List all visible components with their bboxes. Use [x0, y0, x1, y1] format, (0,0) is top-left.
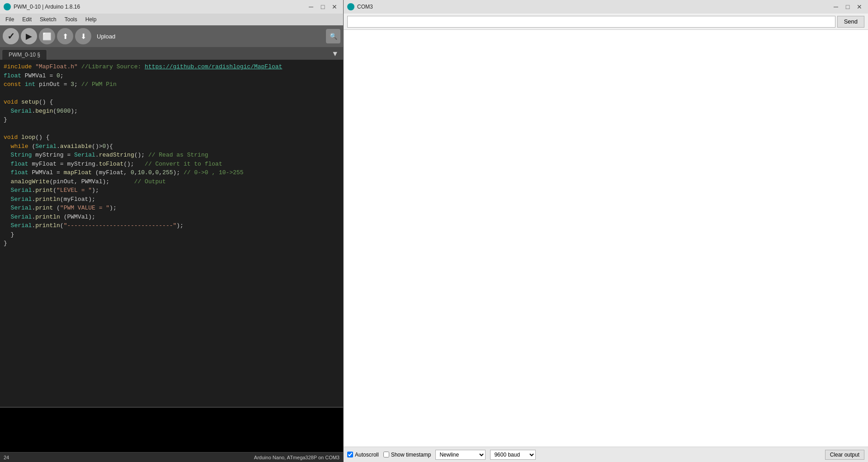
file-tab[interactable]: PWM_0-10 § — [2, 49, 47, 60]
code-line-19: Serial.println("------------------------… — [0, 221, 343, 230]
arduino-minimize-btn[interactable]: ─ — [306, 2, 316, 12]
timestamp-label[interactable]: Show timestamp — [383, 452, 431, 458]
serial-bottom-bar: Autoscroll Show timestamp Newline No lin… — [344, 447, 868, 462]
code-line-17: Serial.print ("PWM VALUE = "); — [0, 204, 343, 213]
upload-label: Upload — [97, 33, 324, 40]
menu-tools[interactable]: Tools — [61, 15, 81, 24]
verify-button[interactable]: ✓ — [3, 28, 19, 44]
save-button[interactable]: ⬇ — [75, 28, 91, 44]
code-line-5: void setup() { — [0, 98, 343, 107]
menu-bar: File Edit Sketch Tools Help — [0, 14, 343, 25]
code-line-9: void loop() { — [0, 133, 343, 142]
serial-arduino-icon — [347, 3, 354, 10]
serial-title-bar: COM3 ─ □ ✕ — [344, 0, 868, 14]
clear-output-button[interactable]: Clear output — [825, 450, 864, 460]
code-line-8 — [0, 124, 343, 133]
menu-help[interactable]: Help — [82, 15, 100, 24]
code-line-12: float myFloat = myString.toFloat(); // C… — [0, 160, 343, 169]
code-line-16: Serial.println(myFloat); — [0, 195, 343, 204]
serial-monitor-button[interactable]: 🔍 — [326, 29, 340, 43]
code-line-3: const int pinOut = 3; // PWM Pin — [0, 80, 343, 89]
code-line-18: Serial.println (PWMVal); — [0, 213, 343, 222]
code-editor[interactable]: #include "MapFloat.h" //Library Source: … — [0, 60, 343, 407]
code-line-6: Serial.begin(9600); — [0, 107, 343, 116]
code-line-2: float PWMVal = 0; — [0, 71, 343, 81]
board-info: Arduino Nano, ATmega328P on COM3 — [254, 455, 340, 460]
code-line-15: Serial.print("LEVEL = "); — [0, 186, 343, 195]
code-line-13: float PWMVal = mapFloat (myFloat, 0,10.0… — [0, 168, 343, 177]
code-line-10: while (Serial.available()>0){ — [0, 142, 343, 151]
arduino-window-title: PWM_0-10 | Arduino 1.8.16 — [14, 4, 80, 10]
toolbar: ✓ ▶ ⬜ ⬆ ⬇ Upload 🔍 — [0, 25, 343, 47]
serial-maximize-btn[interactable]: □ — [843, 2, 853, 12]
serial-input-bar: Send — [344, 14, 868, 30]
newline-select[interactable]: Newline No line ending Carriage return B… — [435, 450, 486, 460]
menu-sketch[interactable]: Sketch — [36, 15, 60, 24]
arduino-icon — [4, 3, 11, 10]
line-col: 24 — [4, 455, 9, 460]
autoscroll-checkbox[interactable] — [347, 452, 353, 457]
serial-input-field[interactable] — [347, 16, 835, 28]
console-area — [0, 407, 343, 452]
baud-select[interactable]: 9600 baud 300 baud 1200 baud 2400 baud 4… — [490, 450, 536, 460]
menu-edit[interactable]: Edit — [19, 15, 35, 24]
code-line-4 — [0, 89, 343, 98]
tab-dropdown-btn[interactable]: ▼ — [329, 49, 341, 59]
code-line-20: } — [0, 230, 343, 239]
serial-close-btn[interactable]: ✕ — [854, 2, 864, 12]
upload-button[interactable]: ▶ — [21, 28, 37, 44]
arduino-close-btn[interactable]: ✕ — [330, 2, 340, 12]
tab-bar: PWM_0-10 § ▼ — [0, 47, 343, 60]
code-line-1: #include "MapFloat.h" //Library Source: … — [0, 62, 343, 71]
new-button[interactable]: ⬜ — [39, 28, 55, 44]
menu-file[interactable]: File — [2, 15, 18, 24]
arduino-title-bar: PWM_0-10 | Arduino 1.8.16 ─ □ ✕ — [0, 0, 343, 14]
serial-minimize-btn[interactable]: ─ — [831, 2, 841, 12]
timestamp-checkbox[interactable] — [383, 452, 389, 457]
left-status-bar: 24 Arduino Nano, ATmega328P on COM3 — [0, 452, 343, 462]
code-line-21: } — [0, 239, 343, 248]
open-button[interactable]: ⬆ — [57, 28, 73, 44]
serial-window-title: COM3 — [357, 4, 373, 10]
serial-send-button[interactable]: Send — [837, 16, 864, 28]
code-line-7: } — [0, 115, 343, 124]
code-line-11: String myString = Serial.readString(); /… — [0, 151, 343, 160]
arduino-maximize-btn[interactable]: □ — [318, 2, 328, 12]
serial-output — [344, 30, 868, 447]
code-line-14: analogWrite(pinOut, PWMVal); // Output — [0, 177, 343, 186]
autoscroll-label[interactable]: Autoscroll — [347, 452, 379, 458]
